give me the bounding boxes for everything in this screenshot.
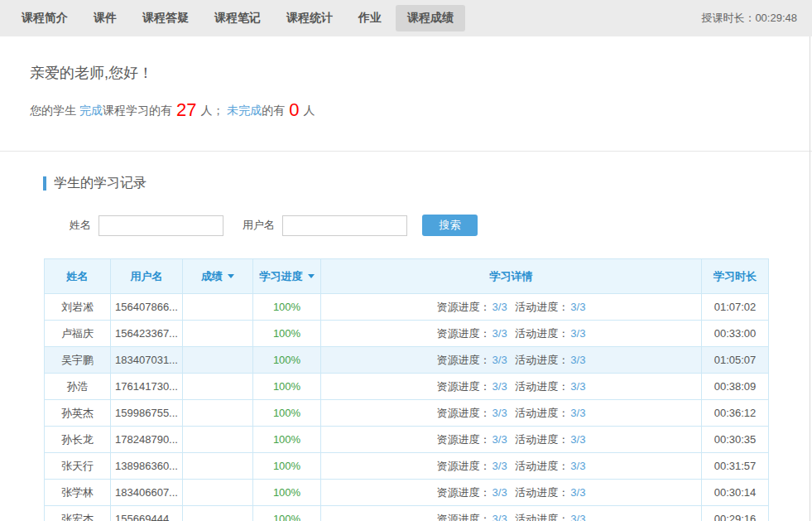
cell-duration: 00:30:35 (702, 427, 769, 453)
cell-name: 张学林 (45, 480, 111, 506)
cell-username: 138986360... (111, 453, 183, 480)
activity-progress-link[interactable]: 3/3 (570, 301, 585, 313)
summary-mid2: 的有 (262, 104, 285, 117)
cell-duration: 00:31:57 (702, 453, 769, 480)
name-input[interactable] (98, 215, 223, 236)
cell-username: 178248790... (111, 427, 183, 453)
header-name: 姓名 (45, 259, 111, 294)
table-row: 张学林 183406607... 100% 资源进度：3/3 活动进度：3/3 … (45, 480, 769, 506)
section-title-bar (43, 176, 46, 191)
cell-score (183, 453, 253, 480)
cell-duration: 00:33:00 (702, 321, 769, 347)
activity-progress-link[interactable]: 3/3 (570, 433, 585, 446)
cell-name: 刘岩凇 (45, 294, 111, 321)
resource-progress-link[interactable]: 3/3 (492, 380, 507, 393)
cell-detail: 资源进度：3/3 活动进度：3/3 (321, 506, 702, 521)
cell-progress: 100% (253, 480, 321, 506)
cell-detail: 资源进度：3/3 活动进度：3/3 (321, 453, 702, 480)
activity-progress-link[interactable]: 3/3 (570, 354, 585, 366)
cell-duration: 01:05:07 (702, 347, 769, 374)
activity-progress-label: 活动进度： (515, 407, 569, 419)
activity-progress-link[interactable]: 3/3 (570, 460, 585, 472)
section-title: 学生的学习记录 (43, 175, 812, 192)
resource-progress-label: 资源进度： (437, 513, 491, 521)
header-score[interactable]: 成绩 (183, 259, 253, 294)
completion-summary: 您的学生 完成课程学习的有27人； 未完成的有0人 (30, 99, 812, 121)
activity-progress-link[interactable]: 3/3 (570, 513, 585, 521)
completed-count: 27 (176, 99, 196, 120)
tab-course-stats[interactable]: 课程统计 (275, 5, 344, 31)
cell-score (183, 480, 253, 506)
cell-username: 176141730... (111, 374, 183, 400)
section-title-text: 学生的学习记录 (54, 175, 147, 192)
summary-after-count: 人； (200, 104, 223, 117)
cell-score (183, 347, 253, 374)
activity-progress-link[interactable]: 3/3 (570, 327, 585, 340)
resource-progress-label: 资源进度： (437, 327, 491, 340)
activity-progress-label: 活动进度： (515, 380, 569, 393)
greeting-title: 亲爱的老师,您好！ (30, 63, 812, 83)
tab-homework[interactable]: 作业 (347, 5, 393, 31)
activity-progress-link[interactable]: 3/3 (570, 486, 585, 499)
cell-progress: 100% (253, 400, 321, 427)
cell-progress: 100% (253, 453, 321, 480)
activity-progress-link[interactable]: 3/3 (570, 380, 585, 393)
greeting-section: 亲爱的老师,您好！ 您的学生 完成课程学习的有27人； 未完成的有0人 (0, 36, 812, 152)
table-row: 张宏杰 155669444... 100% 资源进度：3/3 活动进度：3/3 … (45, 506, 769, 521)
cell-name: 吴宇鹏 (45, 347, 111, 374)
activity-progress-label: 活动进度： (515, 486, 569, 499)
search-button[interactable]: 搜索 (422, 215, 478, 236)
cell-username: 159986755... (111, 400, 183, 427)
activity-progress-label: 活动进度： (515, 433, 569, 446)
completed-link[interactable]: 完成 (79, 104, 103, 117)
cell-name: 孙长龙 (45, 427, 111, 453)
top-nav: 课程简介 课件 课程答疑 课程笔记 课程统计 作业 课程成绩 授课时长：00:2… (0, 0, 812, 36)
header-detail: 学习详情 (321, 259, 702, 294)
resource-progress-link[interactable]: 3/3 (492, 301, 507, 313)
uncompleted-count: 0 (289, 99, 299, 120)
cell-detail: 资源进度：3/3 活动进度：3/3 (321, 400, 702, 427)
table-row: 孙浩 176141730... 100% 资源进度：3/3 活动进度：3/3 0… (45, 374, 769, 400)
sort-desc-icon[interactable] (228, 274, 234, 278)
tab-course-intro[interactable]: 课程简介 (10, 5, 79, 31)
cell-score (183, 427, 253, 453)
cell-username: 155669444... (111, 506, 183, 521)
table-row: 卢福庆 156423367... 100% 资源进度：3/3 活动进度：3/3 … (45, 321, 769, 347)
cell-detail: 资源进度：3/3 活动进度：3/3 (321, 374, 702, 400)
resource-progress-link[interactable]: 3/3 (492, 407, 507, 419)
cell-progress: 100% (253, 427, 321, 453)
cell-name: 孙英杰 (45, 400, 111, 427)
resource-progress-link[interactable]: 3/3 (492, 460, 507, 472)
uncompleted-link[interactable]: 未完成 (227, 104, 262, 117)
cell-duration: 00:30:14 (702, 480, 769, 506)
activity-progress-label: 活动进度： (515, 301, 569, 313)
header-progress[interactable]: 学习进度 (253, 259, 321, 294)
cell-score (183, 374, 253, 400)
activity-progress-label: 活动进度： (515, 513, 569, 521)
username-input[interactable] (282, 215, 407, 236)
resource-progress-link[interactable]: 3/3 (492, 513, 507, 521)
tab-course-qa[interactable]: 课程答疑 (131, 5, 200, 31)
cell-score (183, 506, 253, 521)
tab-course-notes[interactable]: 课程笔记 (203, 5, 272, 31)
summary-mid: 课程学习的有 (103, 104, 172, 117)
table-row: 孙英杰 159986755... 100% 资源进度：3/3 活动进度：3/3 … (45, 400, 769, 427)
resource-progress-link[interactable]: 3/3 (492, 433, 507, 446)
tab-courseware[interactable]: 课件 (82, 5, 128, 31)
name-label: 姓名 (70, 218, 91, 233)
activity-progress-link[interactable]: 3/3 (570, 407, 585, 419)
cell-score (183, 294, 253, 321)
resource-progress-link[interactable]: 3/3 (492, 486, 507, 499)
summary-suffix: 人 (304, 104, 315, 117)
table-row: 孙长龙 178248790... 100% 资源进度：3/3 活动进度：3/3 … (45, 427, 769, 453)
resource-progress-link[interactable]: 3/3 (492, 327, 507, 340)
cell-detail: 资源进度：3/3 活动进度：3/3 (321, 427, 702, 453)
summary-prefix: 您的学生 (30, 104, 76, 117)
cell-score (183, 400, 253, 427)
teaching-duration-label: 授课时长： (701, 12, 755, 24)
tab-course-grades[interactable]: 课程成绩 (396, 5, 465, 31)
resource-progress-link[interactable]: 3/3 (492, 354, 507, 366)
cell-duration: 01:07:02 (702, 294, 769, 321)
sort-desc-icon[interactable] (308, 274, 315, 278)
cell-progress: 100% (253, 321, 321, 347)
